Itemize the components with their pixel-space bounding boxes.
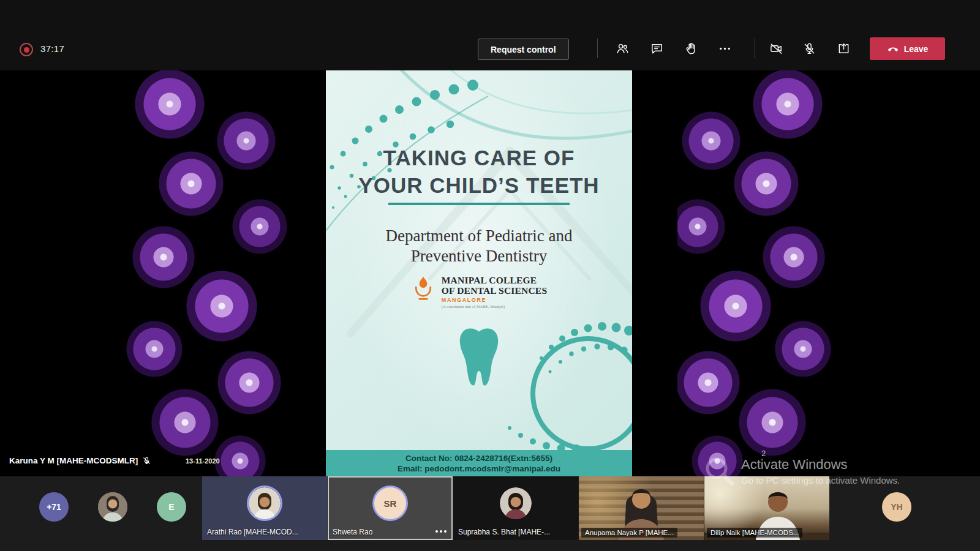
- more-options-button[interactable]: [712, 36, 737, 61]
- participant-avatar-e[interactable]: E: [157, 492, 186, 522]
- poster-department-line2: Preventive Dentistry: [326, 246, 632, 266]
- person-photo-icon: [249, 487, 281, 519]
- tile-name: Arathi Rao [MAHE-MCOD...: [207, 528, 298, 536]
- toolbar-divider: [597, 39, 598, 58]
- presenter-name-text: Karuna Y M [MAHE-MCODSMLR]: [9, 456, 138, 465]
- hang-up-icon: [887, 43, 899, 55]
- slide-date-stamp: 13-11-2020: [186, 457, 220, 465]
- participant-avatar-photo[interactable]: [98, 492, 127, 522]
- participant-tile-dilip[interactable]: Dilip Naik [MAHE-MCODS...: [704, 476, 829, 540]
- avatar-e-initial: E: [168, 502, 174, 512]
- overflow-count: +71: [47, 502, 61, 512]
- mic-toggle-button[interactable]: [797, 36, 821, 61]
- avatar: [500, 487, 532, 519]
- participant-tile-arathi[interactable]: Arathi Rao [MAHE-MCOD...: [202, 476, 327, 540]
- presenter-name-label: Karuna Y M [MAHE-MCODSMLR]: [9, 456, 151, 465]
- teams-meeting-window: 37:17 Request control: [0, 0, 980, 551]
- poster-contact-bar: Contact No: 0824-2428716(Extn:5655) Emai…: [326, 450, 632, 476]
- person-photo-icon: [500, 487, 532, 519]
- poster-title-line1: TAKING CARE OF: [326, 144, 632, 171]
- poster-title-line2: YOUR CHILD’S TEETH: [326, 171, 632, 199]
- meeting-toolbar: 37:17 Request control: [0, 0, 980, 70]
- college-name-line2: OF DENTAL SCIENCES: [442, 285, 547, 296]
- person-photo-icon: [98, 492, 127, 522]
- poster-department: Department of Pediatric and Preventive D…: [326, 226, 632, 266]
- participant-tile-shweta[interactable]: SR Shweta Rao: [328, 476, 453, 540]
- leave-button[interactable]: Leave: [870, 37, 945, 60]
- participant-tile-anupama[interactable]: Anupama Nayak P [MAHE...: [579, 476, 704, 540]
- raise-hand-button[interactable]: [679, 36, 703, 61]
- college-city: MANGALORE: [442, 298, 486, 303]
- chat-icon: [650, 42, 664, 56]
- avatar-initials: SR: [384, 498, 397, 509]
- camera-toggle-button[interactable]: [764, 36, 788, 61]
- share-screen-icon: [837, 42, 851, 56]
- participant-tiles: Arathi Rao [MAHE-MCOD... SR Shweta Rao: [202, 476, 829, 540]
- share-screen-button[interactable]: [831, 36, 856, 61]
- avatar: [249, 487, 281, 519]
- camera-off-icon: [769, 42, 783, 56]
- tile-name: Suprabha S. Bhat [MAHE-...: [458, 528, 550, 536]
- manipal-emblem-icon: [411, 275, 435, 302]
- participants-button[interactable]: [610, 36, 635, 61]
- tooth-icon: [456, 326, 502, 389]
- college-text-block: MANIPAL COLLEGE OF DENTAL SCIENCES MANGA…: [442, 275, 547, 309]
- tile-more-options-icon[interactable]: [435, 530, 438, 533]
- mic-off-icon: [802, 42, 816, 56]
- poster-title: TAKING CARE OF YOUR CHILD’S TEETH: [326, 144, 632, 199]
- slide-flower-artwork-right: [677, 70, 840, 476]
- recording-indicator: [20, 43, 33, 56]
- overflow-participants-badge[interactable]: +71: [39, 492, 69, 522]
- title-underline: [388, 203, 570, 205]
- people-icon: [616, 42, 630, 56]
- college-subtext: (A constituent unit of MAHE, Manipal): [442, 305, 505, 309]
- toolbar-divider: [755, 39, 755, 58]
- college-logo-block: MANIPAL COLLEGE OF DENTAL SCIENCES MANGA…: [326, 275, 632, 309]
- mic-off-icon: [142, 456, 151, 465]
- request-control-button[interactable]: Request control: [478, 39, 569, 60]
- raised-hand-icon: [684, 42, 698, 56]
- tile-name: Shweta Rao: [333, 528, 372, 536]
- meeting-timer: 37:17: [40, 43, 64, 54]
- email-line: Email: pedodont.mcodsmlr@manipal.edu: [398, 464, 560, 473]
- avatar-yh-initials: YH: [891, 502, 902, 512]
- poster-decoration: [326, 70, 632, 476]
- participant-avatar-yh[interactable]: YH: [882, 492, 911, 522]
- leave-button-label: Leave: [904, 44, 929, 54]
- poster-department-line1: Department of Pediatric and: [326, 226, 632, 246]
- participants-dock: +71 E: [0, 476, 980, 551]
- college-name-line1: MANIPAL COLLEGE: [442, 275, 537, 285]
- shared-screen-stage: TAKING CARE OF YOUR CHILD’S TEETH Depart…: [0, 70, 980, 476]
- slide-flower-artwork-left: [118, 70, 301, 476]
- contact-line: Contact No: 0824-2428716(Extn:5655): [405, 454, 552, 463]
- tile-name: Dilip Naik [MAHE-MCODS...: [707, 528, 802, 538]
- recording-dot-icon: [24, 47, 29, 53]
- presentation-poster: TAKING CARE OF YOUR CHILD’S TEETH Depart…: [326, 70, 632, 476]
- chat-button[interactable]: [644, 36, 669, 61]
- avatar: SR: [374, 487, 406, 519]
- more-ellipsis-icon: [718, 42, 732, 56]
- tile-name: Anupama Nayak P [MAHE...: [581, 528, 677, 538]
- participant-tile-suprabha[interactable]: Suprabha S. Bhat [MAHE-...: [453, 476, 578, 540]
